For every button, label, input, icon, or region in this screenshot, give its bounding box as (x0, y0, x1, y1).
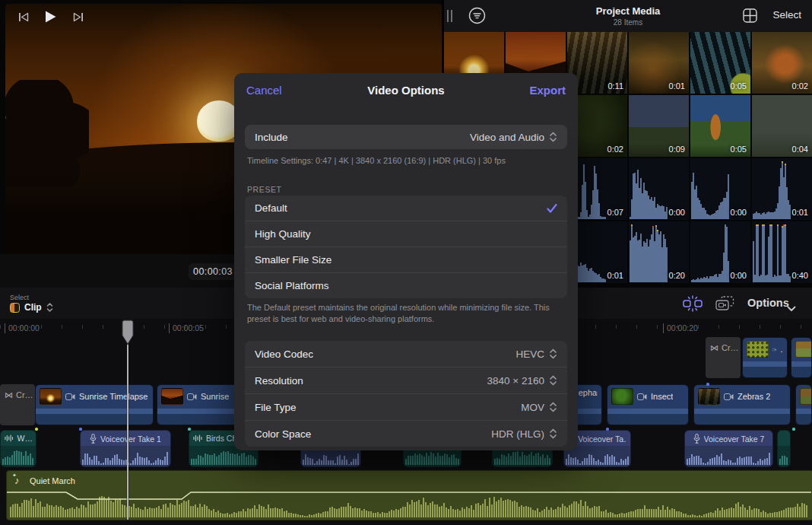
play-icon[interactable] (42, 0, 59, 33)
waveform-icon (5, 434, 13, 442)
camera-icon (65, 393, 75, 400)
ruler-timecode-label: 00:00:20 (663, 323, 698, 333)
clip-marker-dot (188, 428, 191, 431)
chevron-updown-icon (549, 131, 557, 143)
export-button[interactable]: Export (529, 84, 566, 97)
media-select-button[interactable]: Select (772, 9, 801, 21)
media-item-duration: 0:09 (669, 145, 685, 154)
cancel-button[interactable]: Cancel (246, 84, 282, 97)
clip-label: W… (17, 434, 32, 443)
media-item[interactable]: 0:05 (690, 32, 750, 94)
media-item-duration: 0:02 (792, 81, 808, 91)
media-item-duration: 0:04 (792, 145, 808, 154)
voiceover-clip[interactable]: Voiceover Take 1 (80, 430, 171, 467)
export-settings-list: Video CodecHEVCResolution3840 × 2160File… (245, 341, 567, 447)
app-window: 00:00:03 Select Clip Options Project Med… (0, 0, 812, 525)
waveform-icon (193, 434, 202, 442)
preset-section-header: PRESET (247, 185, 282, 194)
timeline-settings-text: Timeline Settings: 0:47 | 4K | 3840 x 21… (247, 156, 567, 165)
camera-icon (724, 393, 734, 400)
media-item-duration: 0:00 (731, 271, 747, 280)
media-item-duration: 0:05 (731, 81, 747, 91)
media-item[interactable]: 0:00 (690, 221, 750, 283)
transition-label: Cr… (16, 390, 33, 399)
timeline-video-clip[interactable] (791, 337, 812, 378)
checkmark-icon (547, 204, 557, 213)
media-item[interactable]: 0:20 (629, 221, 689, 283)
media-item[interactable]: 0:04 (752, 95, 812, 157)
clip-label: Insect (651, 392, 673, 401)
preset-description: The Default preset maintains the origina… (247, 302, 564, 324)
media-item[interactable]: 0:00 (690, 158, 750, 220)
setting-label: Color Space (255, 428, 311, 440)
skip-forward-icon[interactable] (71, 0, 85, 33)
export-setting-row[interactable]: File TypeMOV (245, 393, 567, 420)
clip-marker-dot (706, 383, 709, 386)
media-item-duration: 0:00 (669, 208, 685, 217)
media-item[interactable]: 0:05 (690, 95, 750, 157)
media-panel-header: Project Media 28 Items Select (444, 0, 812, 32)
grid-view-icon[interactable] (743, 8, 757, 26)
media-item[interactable]: 0:40 (752, 221, 812, 283)
setting-value: 3840 × 2160 (487, 375, 544, 387)
clip-thumbnail (698, 388, 720, 405)
voiceover-clip[interactable]: Voiceover Take 7 (684, 430, 773, 467)
preset-option[interactable]: Default (245, 196, 567, 221)
camera-icon (187, 393, 197, 400)
timeline-video-clip[interactable]: Sunrise Timelapse (35, 384, 154, 425)
timeline-video-clip[interactable]: … (742, 337, 788, 378)
clip-selector[interactable]: Clip (10, 302, 53, 313)
chevron-updown-icon (549, 348, 557, 360)
options-button[interactable]: Options (747, 297, 789, 309)
transition-clip[interactable]: ⋈Cr… (706, 337, 741, 378)
audio-fx-clip[interactable] (777, 430, 791, 467)
playhead-line[interactable] (127, 320, 128, 520)
clip-marker-dot (35, 428, 38, 431)
audio-fx-clip[interactable]: W… (0, 430, 36, 467)
chevron-down-icon[interactable] (787, 301, 796, 315)
overlay-pip-icon[interactable] (715, 296, 734, 314)
chevron-updown-icon (549, 401, 557, 413)
media-item[interactable]: 0:09 (629, 95, 689, 157)
clip-thumbnail (611, 388, 633, 405)
setting-value: HDR (HLG) (491, 428, 544, 440)
timeline-video-clip[interactable]: Zebras 2 (693, 384, 791, 425)
clip-label: Zebras 2 (737, 392, 770, 401)
clip-thumbnail (747, 341, 769, 358)
export-setting-row[interactable]: Resolution3840 × 2160 (245, 367, 567, 393)
clip-label: ephant (579, 388, 598, 397)
preset-option[interactable]: Smaller File Size (245, 247, 567, 272)
setting-label: File Type (255, 402, 297, 413)
transition-clip[interactable]: ⋈Cr… (0, 384, 35, 425)
export-setting-row[interactable]: Color SpaceHDR (HLG) (245, 420, 567, 447)
media-item-duration: 0:40 (792, 271, 808, 280)
export-setting-row[interactable]: Video CodecHEVC (245, 341, 567, 367)
media-item[interactable]: 0:01 (629, 32, 689, 94)
playhead-handle[interactable] (122, 320, 134, 348)
media-item[interactable]: 0:00 (629, 158, 689, 220)
microphone-icon (90, 434, 97, 444)
media-item-duration: 0:02 (607, 145, 623, 154)
media-item[interactable]: 0:01 (752, 158, 812, 220)
dialog-title: Video Options (246, 84, 566, 97)
split-clip-icon[interactable] (682, 295, 703, 315)
setting-value: HEVC (515, 348, 544, 360)
skip-back-icon[interactable] (17, 0, 30, 33)
transition-label: Cr… (722, 343, 739, 352)
preset-label: Social Platforms (255, 280, 329, 291)
select-eyebrow-label: Select (10, 294, 29, 301)
media-item-duration: 0:01 (792, 208, 808, 217)
preset-option[interactable]: High Quality (245, 221, 567, 247)
timeline-video-clip[interactable] (795, 384, 812, 425)
include-selector[interactable]: Include Video and Audio (245, 125, 567, 149)
audio-clip-waveform (2, 449, 34, 465)
timecode-display: 00:00:03 (189, 263, 237, 280)
media-item-duration: 0:07 (607, 208, 623, 217)
clip-label: … (780, 345, 783, 354)
timeline-video-clip[interactable]: Insect (607, 384, 689, 425)
media-item[interactable]: 0:02 (752, 32, 812, 94)
clip-label: Voiceover Take 1 (100, 434, 161, 444)
media-item-duration: 0:20 (669, 271, 685, 280)
media-item-duration: 0:01 (607, 271, 623, 280)
preset-option[interactable]: Social Platforms (245, 272, 567, 298)
